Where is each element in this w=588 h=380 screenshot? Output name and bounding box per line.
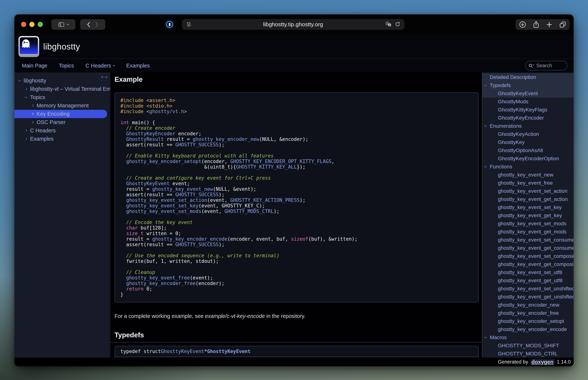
code-link[interactable]: GHOSTTY_MODS_CTRL	[225, 209, 274, 214]
code-link[interactable]: GhosttyKeyEvent	[161, 349, 204, 354]
forward-button[interactable]	[95, 22, 98, 27]
sidebar-item-libghostty[interactable]: libghostty	[14, 76, 110, 85]
code-link[interactable]: GHOSTTY_KITTY_KEY_ALL	[236, 164, 297, 170]
reader-view-icon[interactable]	[187, 22, 192, 27]
toc-item-ghostty-mods-shift[interactable]: GHOSTTY_MODS_SHIFT	[482, 342, 574, 350]
nav-item-examples[interactable]: Examples	[126, 63, 150, 69]
chevron-down-icon[interactable]	[25, 95, 28, 98]
toc-item-ghostty-key-event-set-unshifted-codepoint[interactable]: ghostty_key_event_set_unshifted_codepoin…	[482, 285, 574, 293]
chevron-down-icon[interactable]	[484, 165, 487, 168]
chevron-down-icon[interactable]	[484, 84, 487, 86]
chevron-down-icon[interactable]	[18, 79, 21, 82]
toc-item-ghostty-key-event-set-action[interactable]: ghostty_key_event_set_action	[482, 187, 574, 195]
toc-item-ghostty-mods-ctrl[interactable]: GHOSTTY_MODS_CTRL	[482, 350, 574, 358]
toc-item-enumerations[interactable]: Enumerations	[482, 122, 574, 130]
chevron-right-icon[interactable]	[31, 121, 34, 124]
nav-item-main-page[interactable]: Main Page	[22, 63, 48, 69]
toc-item-ghostty-key-event-set-composing[interactable]: ghostty_key_event_set_composing	[482, 252, 574, 260]
libghostty-logo[interactable]	[18, 36, 39, 57]
code-link[interactable]: GHOSTTY_SUCCESS	[175, 242, 219, 247]
chevron-right-icon[interactable]	[25, 137, 28, 140]
code-link[interactable]: GHOSTTY_SUCCESS	[175, 192, 219, 197]
search-input[interactable]	[536, 63, 562, 69]
address-bar[interactable]: libghostty.tip.ghostty.org A a	[182, 19, 404, 30]
code-link[interactable]: GHOSTTY_SUCCESS	[175, 142, 219, 148]
code-link[interactable]: ghostty_key_event_free	[126, 275, 190, 281]
chevron-right-icon[interactable]	[31, 113, 34, 115]
sidebar-item-memory-management[interactable]: Memory Management	[14, 101, 110, 110]
toc-item-ghosttykeyaction[interactable]: GhosttyKeyAction	[482, 130, 574, 138]
toc-item-ghosttykeyencoder[interactable]: GhosttyKeyEncoder	[482, 114, 574, 122]
close-window-button[interactable]	[21, 22, 26, 27]
toc-item-ghosttymods[interactable]: GhosttyMods	[482, 97, 574, 106]
code-link[interactable]: ghostty_key_event_set_key	[126, 203, 198, 209]
toc-item-ghosttykeyencoderoption[interactable]: GhosttyKeyEncoderOption	[482, 154, 574, 163]
doxygen-link[interactable]: doxygen	[530, 359, 555, 365]
sidebar-item-key-encoding[interactable]: Key Encoding	[14, 110, 107, 118]
sidebar-item-osc-parser[interactable]: OSC Parser	[14, 118, 110, 126]
chevron-right-icon[interactable]	[25, 129, 28, 132]
toc-item-ghostty-key-event-get-unshifted-codepoint[interactable]: ghostty_key_event_get_unshifted_codepoin…	[482, 293, 574, 301]
chevron-right-icon[interactable]	[31, 104, 34, 107]
toc-item-ghosttyoptionasalt[interactable]: GhosttyOptionAsAlt	[482, 146, 574, 154]
code-link[interactable]: GhosttyKeyEncoder	[126, 131, 175, 136]
toc-item-ghosttykittykeyflags[interactable]: GhosttyKittyKeyFlags	[482, 106, 574, 114]
toc-item-ghostty-key-encoder-encode[interactable]: ghostty_key_encoder_encode	[482, 325, 574, 333]
sidebar-item-topics[interactable]: Topics	[14, 93, 110, 101]
toc-item-ghostty-key-event-get-action[interactable]: ghostty_key_event_get_action	[482, 195, 574, 203]
code-link[interactable]: GhosttyKeyEvent	[126, 181, 170, 186]
toc-item-functions[interactable]: Functions	[482, 163, 574, 171]
sidebar-item-examples[interactable]: Examples	[14, 135, 110, 143]
toc-item-label: ghostty_key_event_set_utf8	[498, 269, 562, 275]
chevron-down-icon[interactable]	[484, 336, 487, 338]
toc-item-ghostty-key-encoder-new[interactable]: ghostty_key_encoder_new	[482, 301, 574, 309]
share-button[interactable]	[533, 21, 539, 28]
code-link[interactable]: ghostty_key_event_new	[152, 186, 213, 192]
toc-item-ghostty-key-encoder-free[interactable]: ghostty_key_encoder_free	[482, 309, 574, 317]
code-link[interactable]: GhosttyKeyEvent	[207, 349, 250, 354]
code-link[interactable]: ghostty_key_encoder_encode	[152, 236, 227, 242]
tab-overview-button[interactable]	[559, 21, 566, 28]
code-link[interactable]: ghostty_key_event_set_mods	[126, 209, 201, 214]
sidebar-toggle-button[interactable]	[51, 19, 75, 30]
new-tab-button[interactable]	[546, 21, 552, 28]
toc-item-ghosttykeyevent[interactable]: GhosttyKeyEvent	[482, 90, 574, 97]
translate-icon[interactable]: A a	[386, 21, 392, 27]
code-link[interactable]: GhosttyResult	[126, 136, 164, 142]
toc-item-ghosttykey[interactable]: GhosttyKey	[482, 138, 574, 146]
toc-item-ghostty-key-event-get-consumed-mods[interactable]: ghostty_key_event_get_consumed_mods	[482, 244, 574, 252]
toc-item-ghostty-key-event-get-utf8[interactable]: ghostty_key_event_get_utf8	[482, 277, 574, 285]
toc-item-detailed-description[interactable]: Detailed Description	[482, 73, 574, 81]
chevron-down-icon[interactable]	[484, 124, 487, 127]
code-link[interactable]: ghostty_key_encoder_new	[193, 136, 259, 142]
sidebar-item-libghostty-vt-virtual-terminal-emulation[interactable]: libghostty-vt – Virtual Terminal Emulati…	[14, 85, 110, 93]
code-link[interactable]: GHOSTTY_KEY_ENCODER_OPT_KITTY_FLAGS	[230, 159, 332, 164]
minimize-window-button[interactable]	[29, 22, 35, 27]
toc-item-ghostty-key-event-free[interactable]: ghostty_key_event_free	[482, 179, 574, 187]
sidebar-item-c-headers[interactable]: C Headers	[14, 126, 110, 135]
search-box[interactable]	[525, 61, 567, 70]
code-link[interactable]: GHOSTTY_KEY_ACTION_PRESS	[230, 197, 300, 203]
nav-item-topics[interactable]: Topics	[59, 63, 74, 69]
toc-item-macros[interactable]: Macros	[482, 333, 574, 342]
toc-item-typedefs[interactable]: Typedefs	[482, 81, 574, 90]
toc-item-ghostty-key-event-get-composing[interactable]: ghostty_key_event_get_composing	[482, 260, 574, 268]
code-link[interactable]: ghostty_key_encoder_free	[126, 281, 196, 286]
back-button[interactable]	[87, 22, 90, 27]
toc-item-ghostty-key-event-set-mods[interactable]: ghostty_key_event_set_mods	[482, 220, 574, 228]
toc-item-ghostty-key-event-set-key[interactable]: ghostty_key_event_set_key	[482, 203, 574, 211]
toc-item-ghostty-key-event-get-mods[interactable]: ghostty_key_event_get_mods	[482, 228, 574, 236]
nav-item-c-headers[interactable]: C Headers	[86, 63, 115, 69]
toc-item-ghostty-key-encoder-setopt[interactable]: ghostty_key_encoder_setopt	[482, 317, 574, 325]
zoom-window-button[interactable]	[38, 22, 43, 27]
toc-item-ghostty-key-event-set-utf8[interactable]: ghostty_key_event_set_utf8	[482, 268, 574, 277]
code-link[interactable]: ghostty_key_event_set_action	[126, 197, 207, 203]
chevron-right-icon[interactable]	[25, 88, 28, 91]
toc-item-ghostty-key-event-new[interactable]: ghostty_key_event_new	[482, 171, 574, 179]
onepassword-extension-button[interactable]	[164, 19, 175, 30]
toc-item-ghostty-key-event-set-consumed-mods[interactable]: ghostty_key_event_set_consumed_mods	[482, 236, 574, 244]
code-link[interactable]: ghostty_key_encoder_setopt	[126, 159, 201, 164]
toc-item-ghostty-key-event-get-key[interactable]: ghostty_key_event_get_key	[482, 211, 574, 220]
reload-button[interactable]	[395, 21, 400, 27]
downloads-button[interactable]	[519, 21, 526, 28]
